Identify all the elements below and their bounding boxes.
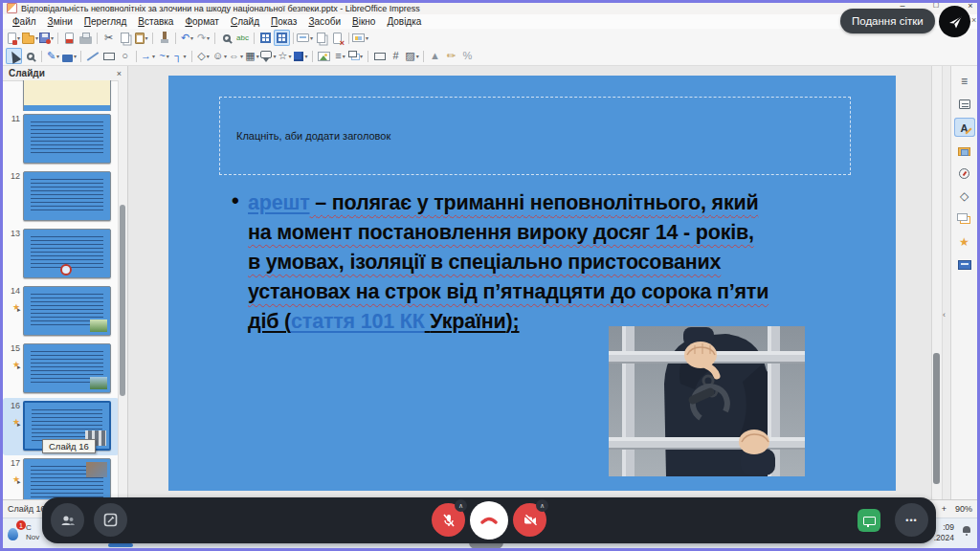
zoom-level[interactable]: 90%: [955, 504, 972, 514]
3d-objects-button[interactable]: ▾: [293, 48, 309, 64]
glue-points-button[interactable]: ✏: [443, 48, 459, 64]
close-button[interactable]: ×: [964, 1, 977, 11]
shadow-button[interactable]: [371, 48, 388, 64]
slide-thumbnail-row[interactable]: 11: [3, 111, 119, 168]
more-options-button[interactable]: •••: [895, 503, 928, 537]
menu-item[interactable]: Вікно: [346, 16, 381, 27]
curve-button[interactable]: ~▾: [156, 48, 172, 64]
panel-scrollbar[interactable]: [118, 80, 127, 499]
maximize-button[interactable]: ▢: [929, 1, 943, 9]
slide-thumbnail[interactable]: [23, 80, 111, 111]
menu-item[interactable]: Довідка: [381, 16, 427, 27]
align-objects-button[interactable]: ≡▾: [332, 48, 348, 64]
stars-banners-button[interactable]: ☆▾: [277, 48, 293, 64]
cut-button[interactable]: ✂: [100, 30, 117, 46]
find-replace-button[interactable]: [218, 30, 234, 46]
callouts-button[interactable]: ▾: [260, 48, 277, 64]
menu-item[interactable]: Показ: [265, 16, 302, 27]
copy-button[interactable]: [117, 30, 133, 46]
flowchart-button[interactable]: ▦▾: [244, 48, 260, 64]
vertical-scrollbar-thumb[interactable]: [933, 353, 940, 484]
sidebar-tab-gallery[interactable]: [954, 141, 975, 160]
spelling-button[interactable]: abc: [234, 30, 251, 46]
zoom-button[interactable]: [22, 48, 38, 64]
body-text-block[interactable]: • арешт – полягає у триманні неповнолітн…: [232, 188, 871, 337]
image-filter-button[interactable]: ▨▾: [404, 48, 420, 64]
panel-scrollbar-thumb[interactable]: [120, 205, 125, 396]
mic-options-chevron[interactable]: ∧: [455, 499, 467, 512]
slide-thumbnail-row[interactable]: 12: [3, 168, 119, 226]
undo-button[interactable]: ↶▾: [179, 30, 195, 46]
title-placeholder[interactable]: Клацніть, аби додати заголовок: [219, 97, 851, 175]
weather-widget[interactable]: 1: [8, 524, 22, 540]
arrange-button[interactable]: ▾: [348, 48, 365, 64]
select-button[interactable]: [6, 48, 22, 64]
fill-color-button[interactable]: ▾: [61, 48, 78, 64]
slide-thumbnail-row[interactable]: 17★: [3, 455, 119, 499]
slide-thumbnail-row[interactable]: [3, 80, 119, 111]
insert-line-button[interactable]: [84, 48, 100, 64]
camera-options-chevron[interactable]: ∧: [536, 499, 548, 512]
edit-points-button[interactable]: ▲: [427, 48, 443, 64]
new-document-button[interactable]: ▾: [6, 30, 22, 46]
insert-image-button[interactable]: [316, 48, 332, 64]
hyperlink-aresht[interactable]: арешт: [248, 191, 310, 214]
sidebar-tab-sidebar-settings[interactable]: ≡: [954, 72, 975, 91]
sidebar-tab-animation[interactable]: ★: [954, 232, 975, 252]
crop-button[interactable]: #: [388, 48, 404, 64]
sidebar-tab-master-slides[interactable]: [954, 255, 975, 275]
menu-item[interactable]: Слайд: [225, 16, 265, 27]
splitter-handle-icon[interactable]: ‹: [943, 310, 946, 320]
slide-thumbnail[interactable]: [23, 171, 111, 221]
menu-item[interactable]: Файл: [7, 16, 42, 27]
slide-layout-button[interactable]: ▾: [352, 30, 368, 46]
open-button[interactable]: ▾: [22, 30, 38, 46]
annotate-button[interactable]: [94, 503, 127, 537]
rectangle-button[interactable]: [100, 48, 117, 64]
sidebar-tab-shapes[interactable]: ◇: [954, 187, 975, 206]
clone-formatting-button[interactable]: [156, 30, 172, 46]
notifications-bell-icon[interactable]: [962, 526, 971, 535]
sidebar-tab-character[interactable]: [954, 118, 975, 137]
end-call-button[interactable]: [470, 501, 508, 540]
block-arrows-button[interactable]: ⇔▾: [228, 48, 244, 64]
display-grid-button[interactable]: [257, 30, 274, 46]
duplicate-slide-button[interactable]: [313, 30, 329, 46]
redo-button[interactable]: ↷▾: [195, 30, 212, 46]
connector-button[interactable]: ┐▾: [172, 48, 189, 64]
slide-thumbnail[interactable]: [23, 343, 111, 393]
overlay-close-icon[interactable]: ×: [971, 15, 976, 25]
taskbar-clock[interactable]: :09 .2024: [934, 522, 954, 543]
export-pdf-button[interactable]: [61, 30, 78, 46]
screen-share-button[interactable]: [858, 509, 880, 532]
slide-thumbnail-row[interactable]: 14★: [3, 283, 119, 341]
slide-canvas[interactable]: Клацніть, аби додати заголовок • арешт –…: [168, 76, 896, 491]
panel-close-icon[interactable]: ×: [117, 69, 122, 78]
overlay-menu-button[interactable]: [939, 6, 970, 37]
sidebar-tab-navigator[interactable]: [954, 164, 975, 183]
slide-thumbnail[interactable]: [23, 114, 111, 164]
snap-to-grid-button[interactable]: [274, 30, 290, 46]
slide-thumbnail[interactable]: [23, 458, 111, 499]
sidebar-splitter[interactable]: ‹: [942, 66, 950, 499]
prisoner-hands-image[interactable]: [609, 326, 805, 476]
lines-and-arrows-button[interactable]: →▾: [140, 48, 156, 64]
save-button[interactable]: ▾: [38, 30, 55, 46]
toggle-extrusion-button[interactable]: %: [459, 48, 476, 64]
delete-slide-button[interactable]: [329, 30, 345, 46]
menu-item[interactable]: Зміни: [42, 16, 78, 27]
basic-shapes-button[interactable]: ◇▾: [195, 48, 212, 64]
participants-button[interactable]: [51, 503, 84, 537]
new-slide-button[interactable]: ▾: [297, 30, 313, 46]
menu-item[interactable]: Формат: [179, 16, 225, 27]
slide-thumbnail[interactable]: [23, 229, 111, 278]
ellipse-button[interactable]: ○: [117, 48, 133, 64]
slide-thumbnail-row[interactable]: 13: [3, 226, 119, 283]
zoom-in-button[interactable]: +: [942, 504, 947, 514]
vertical-scrollbar[interactable]: [931, 66, 942, 499]
menu-item[interactable]: Засоби: [302, 16, 346, 27]
sidebar-tab-properties[interactable]: [954, 95, 975, 114]
paste-button[interactable]: ▾: [133, 30, 149, 46]
slide-thumbnail-row[interactable]: 15★: [3, 341, 119, 398]
slide-thumbnail[interactable]: [23, 286, 111, 336]
